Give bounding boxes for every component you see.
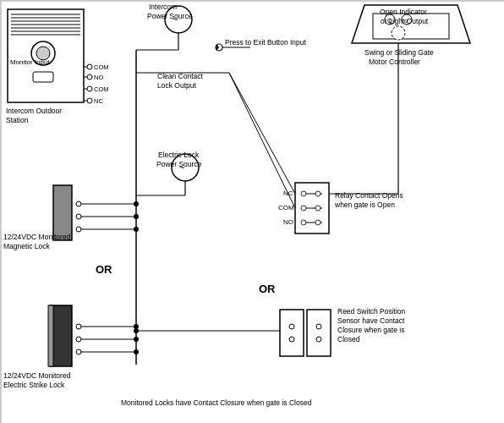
svg-point-70 bbox=[134, 349, 139, 354]
svg-point-106 bbox=[289, 324, 294, 329]
svg-text:12/24VDC Monitored: 12/24VDC Monitored bbox=[3, 371, 71, 380]
svg-rect-11 bbox=[33, 72, 53, 82]
svg-point-63 bbox=[76, 337, 81, 342]
svg-text:Station: Station bbox=[6, 116, 29, 124]
svg-text:Electric Lock: Electric Lock bbox=[158, 151, 200, 159]
svg-text:Open Indicator: Open Indicator bbox=[380, 8, 427, 16]
svg-text:Intercom Outdoor: Intercom Outdoor bbox=[6, 107, 62, 115]
svg-rect-61 bbox=[48, 305, 53, 366]
svg-text:Closure when gate is: Closure when gate is bbox=[337, 326, 404, 334]
svg-text:NO: NO bbox=[94, 74, 103, 81]
svg-point-54 bbox=[134, 201, 139, 206]
svg-text:Sensor have Contact: Sensor have Contact bbox=[337, 316, 405, 325]
svg-point-91 bbox=[315, 206, 320, 211]
svg-point-50 bbox=[76, 227, 81, 232]
svg-point-88 bbox=[301, 191, 306, 196]
svg-text:Power Source: Power Source bbox=[156, 160, 202, 168]
svg-point-48 bbox=[76, 201, 81, 206]
svg-point-56 bbox=[134, 227, 139, 232]
svg-point-92 bbox=[301, 220, 306, 225]
svg-text:Relay Contact Opens: Relay Contact Opens bbox=[335, 191, 403, 200]
svg-text:Monitor Input: Monitor Input bbox=[10, 58, 50, 66]
svg-text:OR: OR bbox=[259, 283, 276, 295]
svg-text:OR: OR bbox=[96, 263, 112, 276]
svg-point-107 bbox=[289, 337, 294, 342]
svg-point-108 bbox=[316, 324, 321, 329]
svg-text:Swing or Sliding Gate: Swing or Sliding Gate bbox=[364, 48, 434, 57]
svg-text:NC: NC bbox=[94, 97, 103, 105]
svg-text:COM: COM bbox=[94, 85, 109, 93]
svg-text:when gate is Open: when gate is Open bbox=[334, 201, 395, 209]
svg-text:NO: NO bbox=[283, 218, 293, 226]
svg-point-111 bbox=[134, 328, 139, 333]
svg-text:Power Source: Power Source bbox=[147, 12, 193, 20]
svg-point-90 bbox=[301, 206, 306, 211]
svg-text:Press to Exit Button Input: Press to Exit Button Input bbox=[225, 38, 307, 47]
svg-text:COM: COM bbox=[94, 63, 109, 71]
svg-text:or Light Output: or Light Output bbox=[381, 17, 429, 25]
svg-point-15 bbox=[87, 86, 92, 91]
svg-point-93 bbox=[315, 220, 320, 225]
svg-point-16 bbox=[87, 98, 92, 103]
svg-point-69 bbox=[134, 337, 139, 342]
svg-text:12/24VDC Monitored: 12/24VDC Monitored bbox=[3, 233, 71, 241]
svg-point-78 bbox=[392, 26, 405, 40]
svg-point-62 bbox=[76, 324, 81, 329]
svg-text:Motor Controller: Motor Controller bbox=[369, 58, 420, 66]
svg-rect-105 bbox=[307, 310, 331, 356]
svg-point-13 bbox=[87, 64, 92, 69]
svg-text:Reed Switch Position: Reed Switch Position bbox=[337, 307, 406, 316]
svg-text:Magnetic Lock: Magnetic Lock bbox=[3, 242, 51, 250]
svg-point-49 bbox=[76, 214, 81, 219]
svg-text:Lock Output: Lock Output bbox=[157, 81, 196, 90]
svg-point-55 bbox=[134, 214, 139, 219]
svg-point-109 bbox=[316, 337, 321, 342]
svg-text:Closed: Closed bbox=[337, 335, 360, 343]
svg-text:Electric Strike Lock: Electric Strike Lock bbox=[3, 381, 65, 389]
svg-text:COM: COM bbox=[278, 204, 294, 212]
svg-point-64 bbox=[76, 349, 81, 354]
svg-text:Intercom: Intercom bbox=[149, 3, 177, 11]
svg-rect-104 bbox=[280, 310, 304, 356]
svg-point-14 bbox=[87, 74, 92, 80]
svg-text:Monitored Locks have Contact C: Monitored Locks have Contact Closure whe… bbox=[121, 398, 312, 407]
wiring-diagram: Monitor Input COM NO COM NC Intercom Out… bbox=[0, 0, 504, 423]
svg-point-89 bbox=[315, 191, 320, 196]
